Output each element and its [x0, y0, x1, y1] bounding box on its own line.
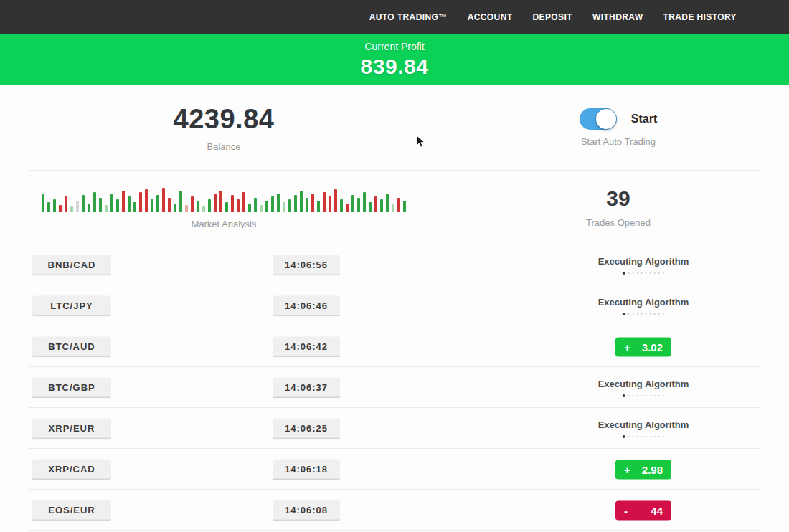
market-bar	[357, 198, 360, 212]
trade-status: Executing Algorithm	[598, 256, 689, 275]
time-badge: 14:06:56	[273, 255, 340, 275]
progress-dots-icon	[623, 272, 664, 275]
time-badge: 14:06:18	[273, 459, 340, 480]
toggle-state-label: Start	[631, 113, 657, 125]
market-bar	[47, 202, 50, 212]
progress-dots-icon	[623, 394, 664, 397]
nav-item-auto-trading[interactable]: AUTO TRADING™	[369, 12, 448, 22]
profit-badge: +3.02	[615, 337, 671, 356]
market-bar	[271, 196, 274, 212]
top-navbar: AUTO TRADING™ACCOUNTDEPOSITWITHDRAWTRADE…	[0, 0, 789, 34]
executing-algorithm-label: Executing Algorithm	[598, 297, 689, 308]
progress-dots-icon	[623, 435, 664, 438]
pair-badge[interactable]: BTC/AUD	[32, 336, 111, 357]
executing-algorithm-label: Executing Algorithm	[598, 256, 689, 267]
market-bar	[145, 189, 148, 212]
market-bar	[380, 199, 383, 212]
balance-label: Balance	[207, 141, 241, 152]
result-value: 44	[651, 504, 663, 516]
market-bar	[42, 194, 44, 212]
time-badge: 14:06:08	[273, 500, 340, 521]
executing-algorithm-label: Executing Algorithm	[598, 419, 689, 430]
market-bar	[219, 191, 222, 212]
market-bar	[174, 204, 176, 212]
market-bar	[254, 198, 257, 212]
market-bar	[76, 201, 79, 212]
market-bar	[225, 202, 228, 212]
market-bar	[392, 204, 394, 212]
nav-item-deposit[interactable]: DEPOSIT	[532, 12, 572, 22]
nav-item-trade-history[interactable]: TRADE HISTORY	[663, 12, 737, 22]
market-bar	[82, 195, 85, 212]
market-bar	[208, 199, 211, 212]
current-profit-value: 839.84	[361, 54, 429, 79]
market-bar	[306, 198, 308, 212]
market-bar	[334, 189, 337, 212]
market-analysis-block: Market Analysis	[0, 171, 448, 244]
market-bar	[231, 195, 234, 212]
start-auto-trading-toggle[interactable]	[580, 108, 617, 130]
market-bar	[93, 192, 96, 212]
market-bar	[329, 196, 331, 212]
trade-status: Executing Algorithm	[598, 419, 689, 438]
nav-item-withdraw[interactable]: WITHDRAW	[592, 12, 643, 22]
market-analysis-chart	[42, 185, 406, 212]
market-bar	[317, 201, 320, 212]
market-bar	[237, 199, 240, 212]
market-bar	[283, 202, 285, 212]
market-bar	[116, 199, 119, 212]
pair-badge[interactable]: LTC/JPY	[32, 295, 111, 316]
market-bar	[248, 204, 251, 212]
pair-badge[interactable]: BNB/CAD	[32, 255, 111, 275]
pair-badge[interactable]: XRP/CAD	[32, 459, 111, 480]
market-bar	[162, 188, 165, 212]
trade-status: Executing Algorithm	[598, 297, 689, 315]
market-bar	[260, 205, 263, 212]
profit-badge: +2.98	[615, 460, 671, 479]
market-bar	[197, 201, 199, 212]
table-row: EOS/EUR 14:06:08 -44	[0, 490, 789, 531]
market-bar	[59, 205, 62, 212]
current-profit-banner: Current Profit 839.84	[0, 34, 789, 85]
market-bar	[191, 196, 194, 212]
market-bar	[403, 201, 406, 212]
market-bar	[70, 206, 73, 212]
pair-badge[interactable]: XRP/EUR	[32, 418, 111, 439]
time-badge: 14:06:46	[273, 295, 340, 316]
executing-algorithm-label: Executing Algorithm	[598, 379, 689, 389]
table-row: BTC/AUD 14:06:42 +3.02	[0, 326, 789, 367]
market-bar	[397, 198, 400, 212]
market-bar	[369, 202, 372, 212]
auto-trading-app: AUTO TRADING™ACCOUNTDEPOSITWITHDRAWTRADE…	[0, 0, 789, 532]
market-bar	[386, 194, 389, 212]
market-bar	[340, 199, 343, 212]
table-row: BNB/CAD 14:06:56 Executing Algorithm	[0, 244, 789, 285]
result-sign: +	[624, 341, 630, 353]
market-bar	[128, 196, 131, 212]
market-bar	[53, 199, 56, 212]
market-bar	[156, 195, 159, 212]
market-bar	[88, 204, 90, 212]
market-bar	[363, 192, 366, 212]
table-row: XRP/EUR 14:06:25 Executing Algorithm	[0, 408, 789, 449]
trade-status: +3.02	[615, 337, 671, 356]
loss-badge: -44	[615, 500, 671, 520]
result-value: 2.98	[642, 463, 663, 475]
balance-block: 4239.84 Balance	[0, 85, 448, 170]
market-bar	[351, 195, 354, 212]
market-bar	[65, 196, 67, 212]
time-badge: 14:06:42	[273, 336, 340, 357]
market-bar	[151, 199, 153, 212]
market-bar	[214, 194, 217, 212]
start-auto-trading-label: Start Auto Trading	[581, 136, 656, 147]
nav-item-account[interactable]: ACCOUNT	[468, 12, 513, 22]
market-bar	[265, 201, 268, 212]
market-bar	[110, 194, 113, 212]
market-bar	[99, 198, 102, 212]
pair-badge[interactable]: BTC/GBP	[32, 377, 111, 398]
market-analysis-label: Market Analysis	[191, 219, 256, 229]
market-bar	[311, 194, 314, 212]
market-bar	[374, 196, 377, 212]
trades-opened-label: Trades Opened	[586, 217, 651, 228]
pair-badge[interactable]: EOS/EUR	[32, 500, 111, 521]
